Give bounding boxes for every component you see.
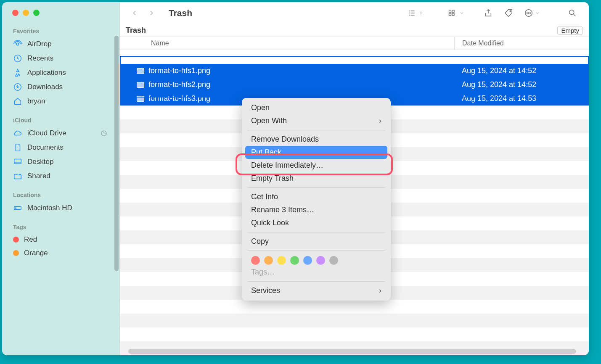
location-bar: Trash Empty bbox=[120, 24, 589, 37]
sidebar-item-desktop[interactable]: Desktop bbox=[2, 155, 119, 169]
sidebar: Favorites AirDrop Recents Applications D… bbox=[2, 2, 120, 355]
menu-item-get-info[interactable]: Get Info bbox=[242, 190, 391, 203]
menu-item-copy[interactable]: Copy bbox=[242, 235, 391, 248]
chevron-down-icon bbox=[535, 11, 540, 16]
menu-item-tags[interactable]: Tags… bbox=[242, 266, 391, 279]
file-icon bbox=[137, 68, 144, 74]
sidebar-item-home[interactable]: bryan bbox=[2, 94, 119, 108]
menu-item-quick-look[interactable]: Quick Look bbox=[242, 216, 391, 229]
tag-color-gray[interactable] bbox=[329, 256, 338, 265]
file-date: Aug 15, 2024 at 14:52 bbox=[454, 80, 589, 89]
tags-button[interactable] bbox=[501, 8, 516, 18]
sidebar-item-label: Downloads bbox=[27, 83, 63, 91]
file-name: format-to-hfs3.png bbox=[148, 94, 210, 103]
svg-point-14 bbox=[527, 13, 527, 14]
tag-color-green[interactable] bbox=[290, 256, 299, 265]
tag-dot-icon bbox=[13, 250, 19, 256]
menu-item-rename[interactable]: Rename 3 Items… bbox=[242, 203, 391, 216]
empty-row bbox=[120, 300, 589, 314]
sidebar-item-label: Desktop bbox=[27, 158, 53, 166]
sidebar-tag-red[interactable]: Red bbox=[2, 233, 119, 246]
menu-divider bbox=[248, 187, 385, 188]
menu-item-delete-immediately[interactable]: Delete Immediately… bbox=[242, 159, 391, 172]
column-name[interactable]: Name bbox=[120, 40, 454, 47]
file-row[interactable]: format-to-hfs2.png Aug 15, 2024 at 14:52 bbox=[120, 78, 589, 92]
minimize-window-button[interactable] bbox=[23, 10, 29, 16]
tag-color-purple[interactable] bbox=[316, 256, 325, 265]
sidebar-tag-orange[interactable]: Orange bbox=[2, 246, 119, 260]
share-button[interactable] bbox=[481, 8, 495, 18]
tag-color-red[interactable] bbox=[251, 256, 260, 265]
svg-rect-11 bbox=[452, 13, 454, 16]
window-controls bbox=[2, 10, 119, 16]
doc-icon bbox=[13, 143, 22, 152]
cloud-icon bbox=[13, 129, 22, 138]
sidebar-item-label: Red bbox=[24, 235, 37, 244]
sidebar-section-favorites: Favorites bbox=[2, 25, 119, 37]
download-icon bbox=[13, 82, 22, 92]
svg-rect-4 bbox=[14, 159, 21, 164]
sidebar-item-documents[interactable]: Documents bbox=[2, 140, 119, 155]
sidebar-item-macintosh-hd[interactable]: Macintosh HD bbox=[2, 201, 119, 215]
sidebar-item-applications[interactable]: Applications bbox=[2, 66, 119, 80]
sidebar-section-tags: Tags bbox=[2, 221, 119, 233]
menu-item-open-with[interactable]: Open With› bbox=[242, 114, 391, 127]
view-list-button[interactable] bbox=[404, 9, 426, 17]
location-title: Trash bbox=[126, 26, 146, 35]
menu-item-empty-trash[interactable]: Empty Trash bbox=[242, 172, 391, 185]
tag-color-yellow[interactable] bbox=[277, 256, 286, 265]
sidebar-item-label: AirDrop bbox=[27, 40, 52, 48]
close-window-button[interactable] bbox=[12, 10, 19, 16]
airdrop-icon bbox=[13, 40, 22, 49]
spacer-row bbox=[120, 50, 589, 64]
menu-item-services[interactable]: Services› bbox=[242, 284, 391, 297]
empty-row bbox=[120, 327, 589, 341]
menu-item-open[interactable]: Open bbox=[242, 101, 391, 114]
forward-button[interactable] bbox=[146, 8, 157, 18]
sidebar-item-downloads[interactable]: Downloads bbox=[2, 80, 119, 94]
tag-color-orange[interactable] bbox=[264, 256, 273, 265]
empty-trash-button[interactable]: Empty bbox=[557, 26, 583, 35]
file-date: Aug 15, 2024 at 14:52 bbox=[454, 66, 589, 75]
group-button[interactable] bbox=[444, 9, 467, 17]
sidebar-item-label: Recents bbox=[27, 54, 53, 63]
menu-item-put-back[interactable]: Put Back bbox=[245, 146, 387, 159]
pie-progress-icon bbox=[99, 129, 109, 138]
more-actions-button[interactable] bbox=[522, 8, 543, 18]
sidebar-item-label: bryan bbox=[27, 97, 45, 106]
back-button[interactable] bbox=[129, 8, 140, 18]
sidebar-item-airdrop[interactable]: AirDrop bbox=[2, 37, 119, 51]
tag-color-blue[interactable] bbox=[303, 256, 312, 265]
clock-icon bbox=[13, 54, 22, 63]
chevron-down-icon bbox=[459, 11, 464, 16]
svg-point-0 bbox=[16, 43, 19, 45]
sidebar-item-shared[interactable]: Shared bbox=[2, 169, 119, 183]
disk-icon bbox=[13, 203, 22, 213]
menu-divider bbox=[248, 232, 385, 232]
sidebar-item-recents[interactable]: Recents bbox=[2, 51, 119, 66]
file-name: format-to-hfs1.png bbox=[148, 66, 210, 75]
column-headers: Name Date Modified bbox=[120, 37, 589, 50]
empty-row bbox=[120, 314, 589, 327]
sidebar-item-label: iCloud Drive bbox=[27, 129, 66, 137]
menu-item-remove-downloads[interactable]: Remove Downloads bbox=[242, 133, 391, 146]
menu-divider bbox=[248, 251, 385, 251]
window-title: Trash bbox=[169, 8, 398, 18]
svg-point-15 bbox=[528, 13, 529, 14]
column-date-modified[interactable]: Date Modified bbox=[454, 37, 589, 50]
sidebar-item-label: Applications bbox=[27, 69, 66, 77]
toolbar: Trash bbox=[120, 2, 589, 24]
sidebar-item-label: Macintosh HD bbox=[27, 204, 72, 212]
fullscreen-window-button[interactable] bbox=[33, 10, 40, 16]
file-icon bbox=[137, 96, 144, 102]
sidebar-item-label: Documents bbox=[27, 143, 64, 152]
chevron-right-icon: › bbox=[379, 286, 381, 295]
sidebar-scrollbar[interactable] bbox=[114, 36, 119, 271]
file-row[interactable]: format-to-hfs1.png Aug 15, 2024 at 14:52 bbox=[120, 64, 589, 78]
search-button[interactable] bbox=[565, 8, 580, 18]
sidebar-item-icloud-drive[interactable]: iCloud Drive bbox=[2, 126, 119, 140]
sidebar-item-label: Shared bbox=[27, 172, 50, 180]
horizontal-scrollbar[interactable] bbox=[128, 349, 576, 354]
home-icon bbox=[13, 97, 22, 106]
svg-point-17 bbox=[569, 10, 574, 15]
